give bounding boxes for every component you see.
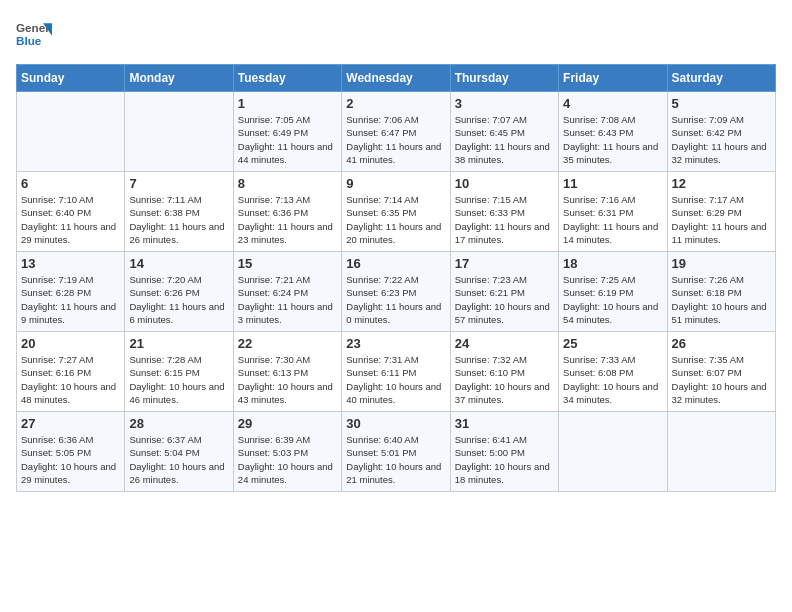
calendar-cell [667,412,775,492]
cell-sun-info: Sunrise: 7:11 AMSunset: 6:38 PMDaylight:… [129,193,228,246]
cell-sun-info: Sunrise: 7:32 AMSunset: 6:10 PMDaylight:… [455,353,554,406]
cell-sun-info: Sunrise: 7:23 AMSunset: 6:21 PMDaylight:… [455,273,554,326]
day-number: 8 [238,176,337,191]
cell-sun-info: Sunrise: 7:06 AMSunset: 6:47 PMDaylight:… [346,113,445,166]
day-number: 17 [455,256,554,271]
calendar-cell: 9Sunrise: 7:14 AMSunset: 6:35 PMDaylight… [342,172,450,252]
cell-sun-info: Sunrise: 7:30 AMSunset: 6:13 PMDaylight:… [238,353,337,406]
cell-sun-info: Sunrise: 7:22 AMSunset: 6:23 PMDaylight:… [346,273,445,326]
day-number: 7 [129,176,228,191]
cell-sun-info: Sunrise: 6:36 AMSunset: 5:05 PMDaylight:… [21,433,120,486]
cell-sun-info: Sunrise: 7:15 AMSunset: 6:33 PMDaylight:… [455,193,554,246]
calendar-week-2: 6Sunrise: 7:10 AMSunset: 6:40 PMDaylight… [17,172,776,252]
cell-sun-info: Sunrise: 7:25 AMSunset: 6:19 PMDaylight:… [563,273,662,326]
day-number: 25 [563,336,662,351]
cell-sun-info: Sunrise: 7:14 AMSunset: 6:35 PMDaylight:… [346,193,445,246]
cell-sun-info: Sunrise: 6:41 AMSunset: 5:00 PMDaylight:… [455,433,554,486]
page-header: General Blue [16,16,776,52]
calendar-week-5: 27Sunrise: 6:36 AMSunset: 5:05 PMDayligh… [17,412,776,492]
day-number: 31 [455,416,554,431]
calendar-header: SundayMondayTuesdayWednesdayThursdayFrid… [17,65,776,92]
day-number: 18 [563,256,662,271]
cell-sun-info: Sunrise: 7:26 AMSunset: 6:18 PMDaylight:… [672,273,771,326]
calendar-cell [559,412,667,492]
day-number: 12 [672,176,771,191]
day-header-sunday: Sunday [17,65,125,92]
cell-sun-info: Sunrise: 7:35 AMSunset: 6:07 PMDaylight:… [672,353,771,406]
calendar-cell: 17Sunrise: 7:23 AMSunset: 6:21 PMDayligh… [450,252,558,332]
day-header-friday: Friday [559,65,667,92]
calendar-cell: 11Sunrise: 7:16 AMSunset: 6:31 PMDayligh… [559,172,667,252]
calendar-cell: 4Sunrise: 7:08 AMSunset: 6:43 PMDaylight… [559,92,667,172]
calendar-cell: 28Sunrise: 6:37 AMSunset: 5:04 PMDayligh… [125,412,233,492]
cell-sun-info: Sunrise: 7:31 AMSunset: 6:11 PMDaylight:… [346,353,445,406]
cell-sun-info: Sunrise: 7:13 AMSunset: 6:36 PMDaylight:… [238,193,337,246]
day-number: 28 [129,416,228,431]
calendar-cell: 12Sunrise: 7:17 AMSunset: 6:29 PMDayligh… [667,172,775,252]
calendar-cell: 1Sunrise: 7:05 AMSunset: 6:49 PMDaylight… [233,92,341,172]
day-number: 10 [455,176,554,191]
calendar-cell: 27Sunrise: 6:36 AMSunset: 5:05 PMDayligh… [17,412,125,492]
svg-text:Blue: Blue [16,34,42,47]
calendar-cell: 5Sunrise: 7:09 AMSunset: 6:42 PMDaylight… [667,92,775,172]
cell-sun-info: Sunrise: 6:39 AMSunset: 5:03 PMDaylight:… [238,433,337,486]
day-number: 5 [672,96,771,111]
calendar-cell: 14Sunrise: 7:20 AMSunset: 6:26 PMDayligh… [125,252,233,332]
calendar-table: SundayMondayTuesdayWednesdayThursdayFrid… [16,64,776,492]
day-number: 20 [21,336,120,351]
cell-sun-info: Sunrise: 6:40 AMSunset: 5:01 PMDaylight:… [346,433,445,486]
cell-sun-info: Sunrise: 7:28 AMSunset: 6:15 PMDaylight:… [129,353,228,406]
day-header-saturday: Saturday [667,65,775,92]
day-number: 21 [129,336,228,351]
calendar-cell: 25Sunrise: 7:33 AMSunset: 6:08 PMDayligh… [559,332,667,412]
day-number: 29 [238,416,337,431]
day-number: 19 [672,256,771,271]
day-number: 1 [238,96,337,111]
calendar-cell: 26Sunrise: 7:35 AMSunset: 6:07 PMDayligh… [667,332,775,412]
cell-sun-info: Sunrise: 7:17 AMSunset: 6:29 PMDaylight:… [672,193,771,246]
cell-sun-info: Sunrise: 7:16 AMSunset: 6:31 PMDaylight:… [563,193,662,246]
calendar-cell: 8Sunrise: 7:13 AMSunset: 6:36 PMDaylight… [233,172,341,252]
day-number: 26 [672,336,771,351]
calendar-cell: 18Sunrise: 7:25 AMSunset: 6:19 PMDayligh… [559,252,667,332]
cell-sun-info: Sunrise: 6:37 AMSunset: 5:04 PMDaylight:… [129,433,228,486]
calendar-body: 1Sunrise: 7:05 AMSunset: 6:49 PMDaylight… [17,92,776,492]
calendar-cell: 21Sunrise: 7:28 AMSunset: 6:15 PMDayligh… [125,332,233,412]
day-number: 15 [238,256,337,271]
day-header-monday: Monday [125,65,233,92]
calendar-week-1: 1Sunrise: 7:05 AMSunset: 6:49 PMDaylight… [17,92,776,172]
day-number: 3 [455,96,554,111]
calendar-week-4: 20Sunrise: 7:27 AMSunset: 6:16 PMDayligh… [17,332,776,412]
calendar-cell: 23Sunrise: 7:31 AMSunset: 6:11 PMDayligh… [342,332,450,412]
day-number: 22 [238,336,337,351]
cell-sun-info: Sunrise: 7:10 AMSunset: 6:40 PMDaylight:… [21,193,120,246]
calendar-cell: 7Sunrise: 7:11 AMSunset: 6:38 PMDaylight… [125,172,233,252]
day-number: 23 [346,336,445,351]
calendar-cell: 19Sunrise: 7:26 AMSunset: 6:18 PMDayligh… [667,252,775,332]
day-number: 13 [21,256,120,271]
day-number: 27 [21,416,120,431]
calendar-cell: 13Sunrise: 7:19 AMSunset: 6:28 PMDayligh… [17,252,125,332]
cell-sun-info: Sunrise: 7:08 AMSunset: 6:43 PMDaylight:… [563,113,662,166]
day-number: 4 [563,96,662,111]
cell-sun-info: Sunrise: 7:19 AMSunset: 6:28 PMDaylight:… [21,273,120,326]
cell-sun-info: Sunrise: 7:05 AMSunset: 6:49 PMDaylight:… [238,113,337,166]
day-header-thursday: Thursday [450,65,558,92]
day-number: 24 [455,336,554,351]
day-number: 6 [21,176,120,191]
logo-icon: General Blue [16,16,52,52]
calendar-week-3: 13Sunrise: 7:19 AMSunset: 6:28 PMDayligh… [17,252,776,332]
logo: General Blue [16,16,52,52]
calendar-cell: 2Sunrise: 7:06 AMSunset: 6:47 PMDaylight… [342,92,450,172]
day-number: 14 [129,256,228,271]
calendar-cell: 30Sunrise: 6:40 AMSunset: 5:01 PMDayligh… [342,412,450,492]
cell-sun-info: Sunrise: 7:09 AMSunset: 6:42 PMDaylight:… [672,113,771,166]
cell-sun-info: Sunrise: 7:07 AMSunset: 6:45 PMDaylight:… [455,113,554,166]
calendar-cell: 24Sunrise: 7:32 AMSunset: 6:10 PMDayligh… [450,332,558,412]
day-number: 2 [346,96,445,111]
calendar-cell: 6Sunrise: 7:10 AMSunset: 6:40 PMDaylight… [17,172,125,252]
cell-sun-info: Sunrise: 7:27 AMSunset: 6:16 PMDaylight:… [21,353,120,406]
calendar-cell: 3Sunrise: 7:07 AMSunset: 6:45 PMDaylight… [450,92,558,172]
calendar-cell: 20Sunrise: 7:27 AMSunset: 6:16 PMDayligh… [17,332,125,412]
cell-sun-info: Sunrise: 7:21 AMSunset: 6:24 PMDaylight:… [238,273,337,326]
